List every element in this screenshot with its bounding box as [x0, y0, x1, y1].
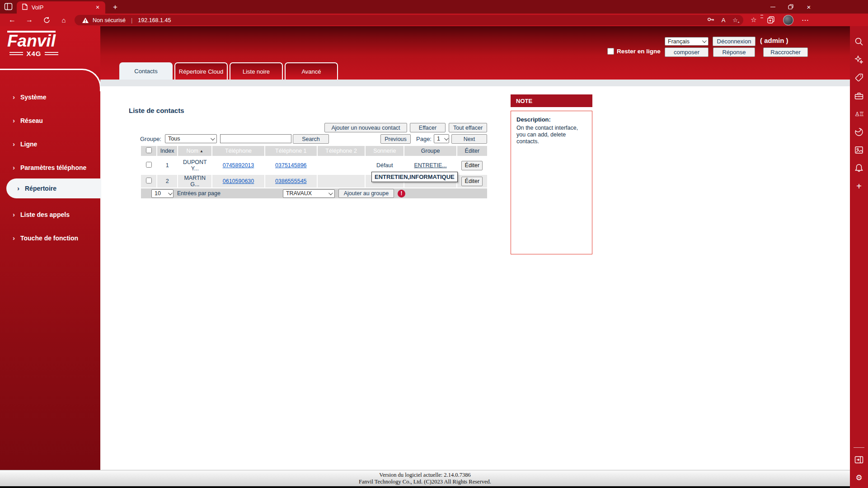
col-phone[interactable]: Téléphone: [212, 146, 264, 156]
window-restore-button[interactable]: [782, 0, 800, 14]
brand-name: Fanvil: [7, 31, 56, 49]
sidebar-item-touche-de-fonction[interactable]: › Touche de fonction: [0, 231, 100, 245]
answer-button[interactable]: Réponse: [713, 47, 755, 57]
table-footer-row: 10 Entrées par page TRAVAUX Ajouter au g…: [141, 188, 487, 198]
chevron-right-icon: ›: [13, 234, 15, 242]
phone-link[interactable]: 0745892013: [223, 162, 254, 169]
browser-toolbar: ← → ⌂ Non sécurisé | 192.168.1.45 A ☆+ ☆…: [0, 14, 868, 26]
password-key-icon[interactable]: [707, 16, 714, 24]
tab-group-icon[interactable]: [764, 14, 778, 26]
search-input[interactable]: [220, 134, 291, 143]
phone1-link[interactable]: 0386555545: [275, 178, 307, 184]
delete-all-button[interactable]: Tout effacer: [449, 123, 487, 132]
group-link[interactable]: ENTRETIE...: [414, 162, 446, 169]
content-background: [100, 86, 850, 470]
cell-name: MARTING...: [178, 175, 211, 188]
url-text[interactable]: 192.168.1.45: [138, 17, 171, 23]
tab-liste-noire[interactable]: Liste noire: [230, 62, 283, 80]
tab-contacts[interactable]: Contacts: [119, 62, 173, 80]
search-icon[interactable]: [850, 34, 868, 49]
sidebar-item-parametres-telephone[interactable]: › Paramètres téléphone: [0, 160, 100, 175]
sidebar-item-ligne[interactable]: › Ligne: [0, 137, 100, 151]
next-page-button[interactable]: Next: [451, 134, 487, 144]
bell-icon[interactable]: [850, 160, 868, 176]
page-select[interactable]: 1: [434, 134, 449, 143]
cell-phone2: [318, 175, 365, 188]
tab-title: VoIP: [32, 5, 94, 11]
firmware-version: Version du logiciel actuelle: 2.14.0.738…: [379, 472, 470, 479]
row-checkbox[interactable]: [146, 162, 152, 168]
help-exclamation-icon[interactable]: !: [398, 190, 405, 197]
tab-avance[interactable]: Avancé: [285, 62, 338, 80]
games-icon[interactable]: ♙♖: [850, 106, 868, 122]
address-bar[interactable]: Non sécurisé | 192.168.1.45 A ☆+: [75, 15, 743, 25]
logo-lines-left: [9, 52, 23, 55]
add-contact-button[interactable]: Ajouter un nouveau contact: [324, 123, 407, 132]
row-checkbox[interactable]: [146, 178, 152, 183]
chevron-right-icon: ›: [13, 93, 15, 101]
fanvil-logo: Fanvil X4G: [7, 31, 75, 57]
visual-search-image-icon[interactable]: [850, 142, 868, 158]
keep-online-checkbox[interactable]: [607, 48, 614, 55]
col-group: Groupe: [404, 146, 456, 156]
logout-button[interactable]: Déconnexion: [713, 37, 755, 46]
page-title: Liste de contacts: [129, 107, 184, 114]
workspaces-icon[interactable]: [4, 2, 13, 13]
not-secure-warning-icon: [82, 17, 89, 23]
col-ring[interactable]: Sonnerie: [366, 146, 404, 156]
search-button[interactable]: Search: [293, 134, 329, 144]
language-select[interactable]: Français: [665, 37, 708, 46]
read-aloud-icon[interactable]: A: [722, 17, 726, 23]
col-phone1[interactable]: Téléphone 1: [265, 146, 317, 156]
sidebar-item-reseau[interactable]: › Réseau: [0, 113, 100, 128]
dial-button[interactable]: composer: [665, 47, 708, 57]
security-label[interactable]: Non sécurisé: [93, 17, 126, 23]
entries-per-page-label: Entrées par page: [177, 190, 221, 197]
new-tab-button[interactable]: +: [110, 2, 121, 13]
col-edit: Éditer: [457, 146, 487, 156]
tab-repertoire-cloud[interactable]: Répertoire Cloud: [174, 62, 228, 80]
edit-button[interactable]: Éditer: [461, 177, 483, 186]
select-all-checkbox[interactable]: [146, 147, 152, 153]
settings-gear-icon[interactable]: ⚙: [850, 470, 868, 485]
group-filter-select[interactable]: Tous: [165, 134, 217, 143]
previous-page-button[interactable]: Previous: [380, 134, 411, 144]
sidebar-curve-decoration: [0, 69, 101, 91]
phone1-link[interactable]: 0375145896: [275, 162, 307, 169]
page-size-select[interactable]: 10: [151, 189, 174, 198]
hangup-button[interactable]: Raccrocher: [763, 47, 808, 57]
home-icon[interactable]: ⌂: [57, 14, 70, 26]
delete-button[interactable]: Effacer: [410, 123, 446, 132]
table-header-row: Index Nom▲ Téléphone Téléphone 1 Télépho…: [141, 146, 487, 156]
browser-tab[interactable]: VoIP ×: [17, 1, 105, 14]
tools-toolbox-icon[interactable]: [850, 88, 868, 103]
sidebar-item-systeme[interactable]: › Système: [0, 90, 100, 104]
col-phone2[interactable]: Téléphone 2: [318, 146, 365, 156]
group-filter-label: Groupe:: [140, 136, 161, 142]
shopping-tag-icon[interactable]: [850, 70, 868, 85]
customize-sidebar-plus-icon[interactable]: +: [850, 178, 868, 194]
page-label: Page:: [416, 136, 432, 142]
add-to-group-button[interactable]: Ajouter au groupe: [338, 189, 394, 198]
window-minimize-button[interactable]: [764, 0, 782, 14]
col-name[interactable]: Nom▲: [178, 146, 211, 156]
window-close-button[interactable]: ×: [800, 0, 818, 14]
designer-icon[interactable]: [850, 124, 868, 140]
phone-link[interactable]: 0610590630: [223, 178, 254, 184]
cell-name: DUPONTY...: [178, 157, 211, 174]
favorite-star-icon[interactable]: ☆+: [732, 17, 738, 23]
tab-close-icon[interactable]: ×: [94, 4, 102, 12]
chevron-right-icon: ›: [13, 164, 15, 171]
edit-button[interactable]: Éditer: [461, 161, 483, 170]
favorites-bar-icon[interactable]: ☆: [746, 14, 761, 26]
browser-menu-icon[interactable]: ⋯: [798, 14, 812, 26]
profile-avatar[interactable]: [781, 14, 795, 26]
add-to-group-select[interactable]: TRAVAUX: [283, 189, 335, 198]
forward-icon[interactable]: →: [23, 14, 36, 26]
open-panel-icon[interactable]: [850, 452, 868, 467]
back-icon[interactable]: ←: [5, 14, 19, 26]
sidebar-item-liste-des-appels[interactable]: › Liste des appels: [0, 207, 100, 222]
discover-sparkles-icon[interactable]: [850, 52, 868, 67]
sidebar-item-repertoire[interactable]: › Répertoire: [6, 178, 101, 198]
refresh-icon[interactable]: [40, 14, 53, 26]
